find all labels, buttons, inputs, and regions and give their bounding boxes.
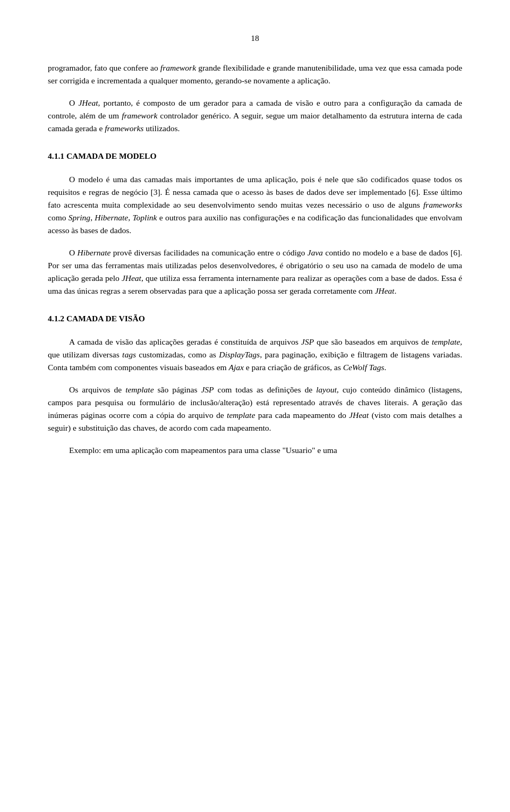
paragraph-2: O JHeat, portanto, é composto de um gera… <box>48 97 462 135</box>
paragraph-3: O modelo é uma das camadas mais importan… <box>48 173 462 237</box>
paragraph-5: A camada de visão das aplicações geradas… <box>48 336 462 374</box>
heading-4-1-1: 4.1.1 CAMADA DE MODELO <box>48 150 462 163</box>
page: 18 programador, fato que confere ao fram… <box>0 0 510 812</box>
paragraph-6: Os arquivos de template são páginas JSP … <box>48 383 462 434</box>
paragraph-1: programador, fato que confere ao framewo… <box>48 62 462 87</box>
paragraph-4: O Hibernate provê diversas facilidades n… <box>48 246 462 297</box>
heading-4-1-2: 4.1.2 CAMADA DE VISÃO <box>48 312 462 325</box>
paragraph-7: Exemplo: em uma aplicação com mapeamento… <box>48 444 462 457</box>
page-number: 18 <box>48 32 462 45</box>
